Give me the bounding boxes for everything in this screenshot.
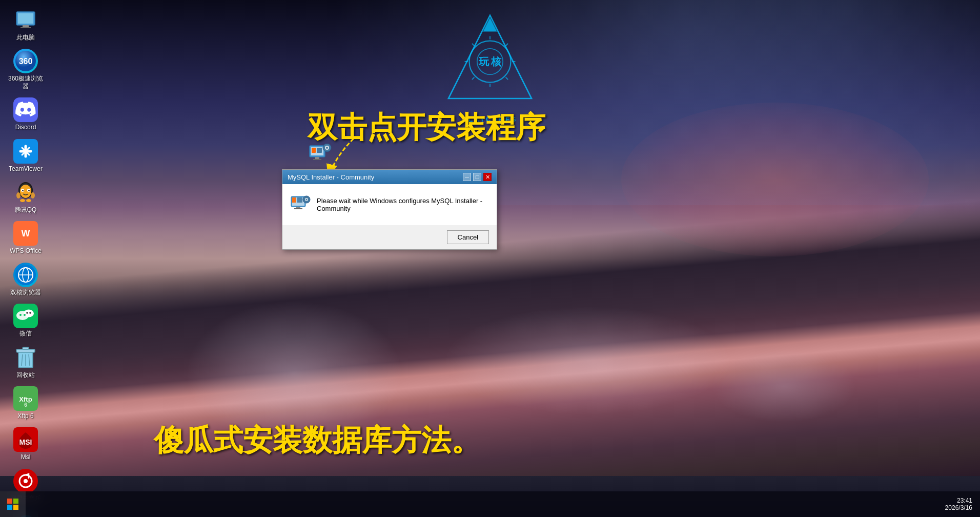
cloud-layer <box>621 103 929 256</box>
desktop-icon-shuanghe[interactable]: 双核浏览器 <box>5 260 46 299</box>
svg-point-28 <box>31 192 35 198</box>
svg-rect-43 <box>16 349 35 352</box>
desktop-icon-wps[interactable]: W WPS Office <box>5 218 46 257</box>
svg-point-27 <box>16 192 21 198</box>
svg-point-30 <box>26 199 31 202</box>
svg-rect-76 <box>292 197 296 203</box>
desktop-icon-weixin[interactable]: 微信 <box>5 301 46 340</box>
desktop-icon-xftp[interactable]: Xftp 6 Xftp 6 <box>5 384 46 422</box>
dialog-titlebar: MySQL Installer - Community ─ □ ✕ <box>282 170 497 184</box>
svg-rect-68 <box>315 157 319 159</box>
svg-point-38 <box>19 314 22 316</box>
icon-label-xftp: Xftp 6 <box>17 412 33 420</box>
svg-line-6 <box>472 44 475 46</box>
dialog-footer: Cancel <box>282 225 497 249</box>
mountain-snow <box>0 220 980 476</box>
desktop-icon-teamviewer[interactable]: TeamViewer <box>5 136 46 175</box>
svg-rect-15 <box>23 25 29 27</box>
icon-label-shuanghe: 双核浏览器 <box>10 289 41 296</box>
svg-rect-69 <box>313 159 321 160</box>
taskbar-clock: 23:41 2026/3/16 <box>937 497 980 511</box>
icon-label-teamviewer: TeamViewer <box>9 165 43 172</box>
svg-rect-83 <box>7 499 12 504</box>
desktop-icon-computer[interactable]: 此电脑 <box>5 5 46 44</box>
desktop-icon-recycle[interactable]: 回收站 <box>5 343 46 381</box>
svg-line-7 <box>506 44 508 46</box>
annotation-text-2: 傻瓜式安装数据库方法。 <box>154 421 481 461</box>
svg-text:6: 6 <box>24 402 27 408</box>
svg-point-41 <box>29 312 31 314</box>
mysql-installer-shortcut[interactable] <box>308 144 332 170</box>
svg-point-55 <box>24 479 28 483</box>
svg-point-39 <box>24 314 26 316</box>
svg-line-9 <box>506 77 508 80</box>
icon-label-qq: 腾讯QQ <box>15 206 37 213</box>
svg-rect-44 <box>23 347 29 349</box>
dialog-close-btn[interactable]: ✕ <box>483 173 492 181</box>
watermark-logo: 玩 核 PLAYCORES <box>444 10 536 123</box>
desktop-icon-qq[interactable]: 腾讯QQ <box>5 177 46 216</box>
svg-text:玩 核: 玩 核 <box>478 56 502 67</box>
svg-rect-66 <box>312 148 316 153</box>
annotation-label-2: 傻瓜式安装数据库方法。 <box>154 423 481 456</box>
taskbar: 23:41 2026/3/16 <box>0 491 980 517</box>
icon-label-weixin: 微信 <box>19 330 32 337</box>
desktop-icons-area: 此电脑 360 360极速浏览器 Discord <box>5 5 46 517</box>
svg-point-29 <box>20 199 25 202</box>
svg-text:MSI: MSI <box>19 438 32 446</box>
desktop-icon-discord[interactable]: Discord <box>5 95 46 133</box>
svg-point-40 <box>26 312 28 314</box>
svg-point-37 <box>24 310 34 317</box>
dialog-message-text: Please wait while Windows configures MyS… <box>317 197 489 212</box>
svg-text:360: 360 <box>19 57 33 66</box>
dialog-title: MySQL Installer - Community <box>288 173 374 181</box>
dialog-maximize-btn[interactable]: □ <box>473 173 481 181</box>
svg-rect-14 <box>18 13 33 24</box>
svg-rect-85 <box>7 505 12 510</box>
svg-rect-86 <box>13 505 18 510</box>
svg-rect-79 <box>294 208 302 209</box>
svg-point-82 <box>306 199 308 201</box>
svg-rect-67 <box>317 148 322 153</box>
icon-label-wps: WPS Office <box>10 247 42 254</box>
svg-rect-16 <box>21 27 31 28</box>
svg-rect-84 <box>13 499 18 504</box>
svg-point-72 <box>326 147 328 149</box>
svg-point-25 <box>22 190 24 191</box>
icon-label-computer: 此电脑 <box>16 34 35 41</box>
mysql-installer-dialog: MySQL Installer - Community ─ □ ✕ <box>282 169 497 250</box>
dialog-body: Please wait while Windows configures MyS… <box>282 184 497 225</box>
icon-label-recycle: 回收站 <box>16 371 35 379</box>
dialog-cancel-button[interactable]: Cancel <box>447 230 489 244</box>
taskbar-date: 2026/3/16 <box>945 504 972 511</box>
desktop-icon-msi[interactable]: MSI Msl <box>5 425 46 463</box>
icon-label-msi: Msl <box>21 453 31 461</box>
dialog-content-area: Please wait while Windows configures MyS… <box>290 194 489 215</box>
icon-label-360: 360极速浏览器 <box>8 75 44 90</box>
dialog-minimize-btn[interactable]: ─ <box>463 173 471 181</box>
desktop-icon-360browser[interactable]: 360 360极速浏览器 <box>5 46 46 92</box>
svg-point-26 <box>28 190 30 191</box>
taskbar-time: 23:41 <box>945 497 972 504</box>
icon-label-discord: Discord <box>15 124 36 131</box>
svg-line-8 <box>472 77 475 80</box>
taskbar-start-button[interactable] <box>0 491 26 517</box>
svg-rect-77 <box>297 197 302 203</box>
dialog-mysql-icon <box>290 194 311 215</box>
